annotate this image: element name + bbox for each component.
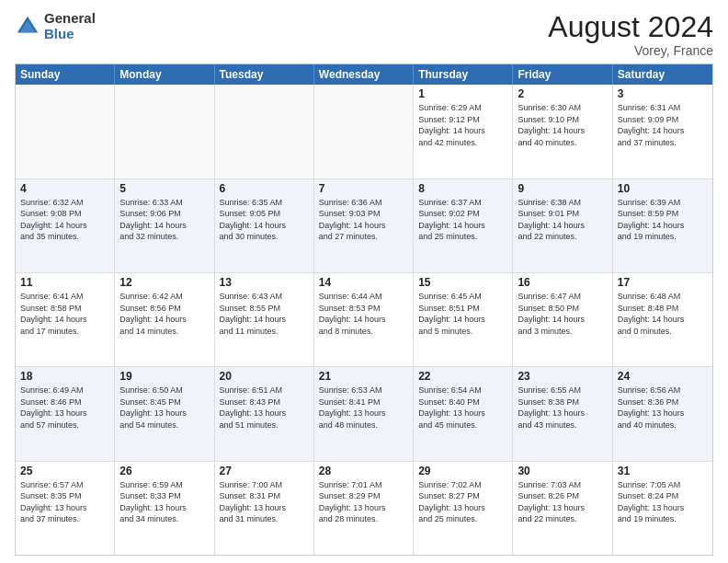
cell-info: Sunrise: 6:30 AM Sunset: 9:10 PM Dayligh…: [518, 102, 607, 148]
calendar-cell-r4-c4: 29Sunrise: 7:02 AM Sunset: 8:27 PM Dayli…: [414, 462, 513, 555]
day-number: 19: [119, 370, 209, 383]
calendar-cell-r2-c4: 15Sunrise: 6:45 AM Sunset: 8:51 PM Dayli…: [414, 273, 513, 366]
cell-info: Sunrise: 6:42 AM Sunset: 8:56 PM Dayligh…: [119, 291, 209, 337]
day-number: 13: [220, 276, 309, 289]
calendar-row-1: 4Sunrise: 6:32 AM Sunset: 9:08 PM Daylig…: [16, 179, 712, 273]
calendar-cell-r4-c1: 26Sunrise: 6:59 AM Sunset: 8:33 PM Dayli…: [115, 462, 214, 555]
calendar-cell-r4-c3: 28Sunrise: 7:01 AM Sunset: 8:29 PM Dayli…: [314, 462, 414, 555]
calendar-cell-r0-c5: 2Sunrise: 6:30 AM Sunset: 9:10 PM Daylig…: [513, 85, 612, 178]
day-number: 16: [518, 276, 607, 289]
calendar-cell-r0-c6: 3Sunrise: 6:31 AM Sunset: 9:09 PM Daylig…: [613, 85, 712, 178]
cell-info: Sunrise: 6:54 AM Sunset: 8:40 PM Dayligh…: [418, 385, 507, 431]
cell-info: Sunrise: 7:01 AM Sunset: 8:29 PM Dayligh…: [319, 479, 408, 525]
cell-info: Sunrise: 6:57 AM Sunset: 8:35 PM Dayligh…: [20, 479, 109, 525]
header: General Blue August 2024 Vorey, France: [15, 11, 713, 58]
calendar-cell-r1-c3: 7Sunrise: 6:36 AM Sunset: 9:03 PM Daylig…: [314, 179, 414, 272]
calendar-cell-r0-c4: 1Sunrise: 6:29 AM Sunset: 9:12 PM Daylig…: [414, 85, 513, 178]
day-number: 17: [618, 276, 708, 289]
day-number: 23: [518, 370, 607, 383]
calendar-cell-r2-c5: 16Sunrise: 6:47 AM Sunset: 8:50 PM Dayli…: [513, 273, 612, 366]
day-number: 1: [418, 87, 507, 100]
day-number: 26: [119, 465, 209, 477]
day-number: 29: [418, 465, 507, 477]
cell-info: Sunrise: 6:32 AM Sunset: 9:08 PM Dayligh…: [20, 197, 109, 243]
day-number: 12: [119, 276, 209, 289]
day-number: 3: [618, 87, 708, 100]
calendar-row-4: 25Sunrise: 6:57 AM Sunset: 8:35 PM Dayli…: [16, 462, 712, 555]
calendar-cell-r3-c3: 21Sunrise: 6:53 AM Sunset: 8:41 PM Dayli…: [314, 367, 414, 460]
day-number: 27: [220, 465, 309, 477]
calendar-cell-r4-c5: 30Sunrise: 7:03 AM Sunset: 8:26 PM Dayli…: [513, 462, 612, 555]
day-number: 18: [20, 370, 109, 383]
calendar-cell-r4-c2: 27Sunrise: 7:00 AM Sunset: 8:31 PM Dayli…: [215, 462, 314, 555]
cell-info: Sunrise: 6:53 AM Sunset: 8:41 PM Dayligh…: [319, 385, 408, 431]
cell-info: Sunrise: 6:36 AM Sunset: 9:03 PM Dayligh…: [319, 197, 408, 243]
calendar: SundayMondayTuesdayWednesdayThursdayFrid…: [15, 63, 713, 556]
calendar-row-3: 18Sunrise: 6:49 AM Sunset: 8:46 PM Dayli…: [16, 367, 712, 461]
calendar-cell-r3-c4: 22Sunrise: 6:54 AM Sunset: 8:40 PM Dayli…: [414, 367, 513, 460]
day-number: 10: [618, 182, 708, 195]
calendar-cell-r0-c0: [16, 85, 115, 178]
cell-info: Sunrise: 6:39 AM Sunset: 8:59 PM Dayligh…: [618, 197, 708, 243]
day-number: 21: [319, 370, 408, 383]
cell-info: Sunrise: 6:29 AM Sunset: 9:12 PM Dayligh…: [418, 102, 507, 148]
cell-info: Sunrise: 7:00 AM Sunset: 8:31 PM Dayligh…: [220, 479, 309, 525]
calendar-cell-r0-c1: [115, 85, 214, 178]
calendar-cell-r3-c1: 19Sunrise: 6:50 AM Sunset: 8:45 PM Dayli…: [115, 367, 214, 460]
day-number: 9: [518, 182, 607, 195]
page: General Blue August 2024 Vorey, France S…: [0, 0, 728, 563]
day-number: 8: [418, 182, 507, 195]
weekday-header-saturday: Saturday: [613, 64, 712, 85]
calendar-cell-r3-c5: 23Sunrise: 6:55 AM Sunset: 8:38 PM Dayli…: [513, 367, 612, 460]
month-title: August 2024: [548, 11, 713, 43]
weekday-header-tuesday: Tuesday: [215, 64, 314, 85]
day-number: 14: [319, 276, 408, 289]
cell-info: Sunrise: 6:59 AM Sunset: 8:33 PM Dayligh…: [119, 479, 209, 525]
cell-info: Sunrise: 7:03 AM Sunset: 8:26 PM Dayligh…: [518, 479, 607, 525]
day-number: 25: [20, 465, 109, 477]
day-number: 2: [518, 87, 607, 100]
calendar-cell-r3-c2: 20Sunrise: 6:51 AM Sunset: 8:43 PM Dayli…: [215, 367, 314, 460]
calendar-cell-r0-c2: [215, 85, 314, 178]
cell-info: Sunrise: 6:35 AM Sunset: 9:05 PM Dayligh…: [220, 197, 309, 243]
day-number: 20: [220, 370, 309, 383]
cell-info: Sunrise: 6:41 AM Sunset: 8:58 PM Dayligh…: [20, 291, 109, 337]
weekday-header-friday: Friday: [513, 64, 612, 85]
calendar-cell-r2-c3: 14Sunrise: 6:44 AM Sunset: 8:53 PM Dayli…: [314, 273, 414, 366]
logo-blue-label: Blue: [44, 27, 96, 42]
calendar-cell-r2-c6: 17Sunrise: 6:48 AM Sunset: 8:48 PM Dayli…: [613, 273, 712, 366]
day-number: 31: [618, 465, 708, 477]
cell-info: Sunrise: 6:45 AM Sunset: 8:51 PM Dayligh…: [418, 291, 507, 337]
day-number: 28: [319, 465, 408, 477]
cell-info: Sunrise: 6:44 AM Sunset: 8:53 PM Dayligh…: [319, 291, 408, 337]
calendar-body: 1Sunrise: 6:29 AM Sunset: 9:12 PM Daylig…: [16, 85, 712, 555]
calendar-cell-r2-c1: 12Sunrise: 6:42 AM Sunset: 8:56 PM Dayli…: [115, 273, 214, 366]
day-number: 4: [20, 182, 109, 195]
day-number: 30: [518, 465, 607, 477]
weekday-header-wednesday: Wednesday: [314, 64, 414, 85]
location: Vorey, France: [548, 43, 713, 58]
calendar-row-0: 1Sunrise: 6:29 AM Sunset: 9:12 PM Daylig…: [16, 85, 712, 178]
calendar-cell-r1-c2: 6Sunrise: 6:35 AM Sunset: 9:05 PM Daylig…: [215, 179, 314, 272]
cell-info: Sunrise: 6:47 AM Sunset: 8:50 PM Dayligh…: [518, 291, 607, 337]
day-number: 24: [618, 370, 708, 383]
calendar-cell-r1-c5: 9Sunrise: 6:38 AM Sunset: 9:01 PM Daylig…: [513, 179, 612, 272]
cell-info: Sunrise: 6:50 AM Sunset: 8:45 PM Dayligh…: [119, 385, 209, 431]
cell-info: Sunrise: 6:37 AM Sunset: 9:02 PM Dayligh…: [418, 197, 507, 243]
calendar-cell-r0-c3: [314, 85, 414, 178]
cell-info: Sunrise: 6:48 AM Sunset: 8:48 PM Dayligh…: [618, 291, 708, 337]
calendar-cell-r1-c1: 5Sunrise: 6:33 AM Sunset: 9:06 PM Daylig…: [115, 179, 214, 272]
day-number: 22: [418, 370, 507, 383]
day-number: 15: [418, 276, 507, 289]
weekday-header-thursday: Thursday: [414, 64, 513, 85]
cell-info: Sunrise: 7:05 AM Sunset: 8:24 PM Dayligh…: [618, 479, 708, 525]
logo-general-label: General: [44, 11, 96, 27]
cell-info: Sunrise: 6:56 AM Sunset: 8:36 PM Dayligh…: [618, 385, 708, 431]
logo-text: General Blue: [44, 11, 96, 41]
weekday-header-sunday: Sunday: [16, 64, 115, 85]
cell-info: Sunrise: 6:38 AM Sunset: 9:01 PM Dayligh…: [518, 197, 607, 243]
calendar-cell-r2-c0: 11Sunrise: 6:41 AM Sunset: 8:58 PM Dayli…: [16, 273, 115, 366]
day-number: 11: [20, 276, 109, 289]
calendar-row-2: 11Sunrise: 6:41 AM Sunset: 8:58 PM Dayli…: [16, 273, 712, 367]
calendar-cell-r3-c0: 18Sunrise: 6:49 AM Sunset: 8:46 PM Dayli…: [16, 367, 115, 460]
